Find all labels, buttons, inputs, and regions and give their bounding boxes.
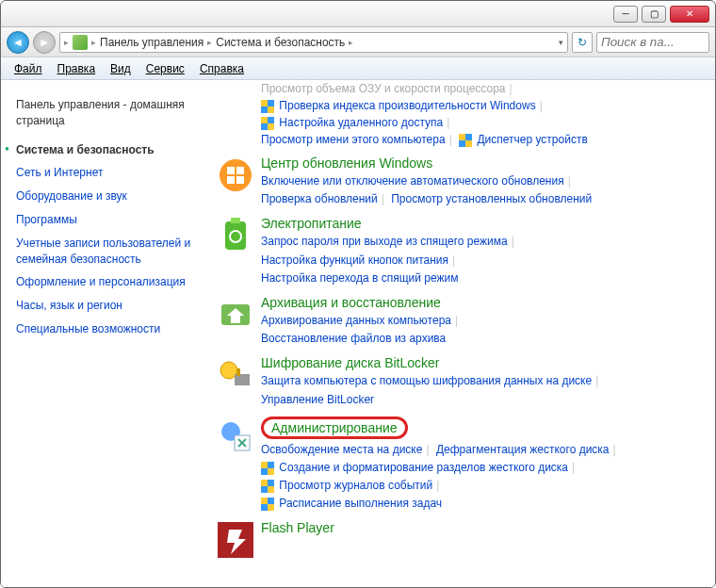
sublink[interactable]: Просмотр журналов событий [279, 479, 432, 492]
maximize-button[interactable]: ▢ [642, 6, 666, 23]
close-button[interactable]: ✕ [670, 6, 709, 23]
svg-rect-11 [236, 167, 244, 174]
menu-help[interactable]: Справка [194, 60, 250, 77]
sublink[interactable]: Диспетчер устройств [477, 133, 587, 146]
svg-rect-5 [261, 123, 268, 130]
svg-rect-13 [236, 176, 244, 184]
sidebar-item-appearance[interactable]: Оформление и персонализация [16, 270, 208, 294]
breadcrumb-item[interactable]: Система и безопасность [216, 36, 345, 49]
menubar: Файл Правка Вид Сервис Справка [1, 57, 715, 80]
section-bitlocker: Шифрование диска BitLocker Защита компью… [218, 355, 706, 408]
section-backup: Архивация и восстановление Архивирование… [218, 295, 706, 348]
section-title[interactable]: Электропитание [261, 216, 362, 231]
chevron-icon: ▸ [349, 38, 353, 47]
sidebar-item-accounts[interactable]: Учетные записи пользователей и семейная … [16, 232, 208, 271]
sidebar-item-network[interactable]: Сеть и Интернет [16, 161, 208, 185]
shield-icon [459, 134, 472, 147]
svg-rect-25 [261, 468, 268, 475]
flash-player-icon [218, 522, 253, 558]
svg-rect-7 [465, 134, 472, 140]
sublink[interactable]: Защита компьютера с помощью шифрования д… [261, 374, 592, 387]
navbar: ◄ ► ▸ ▸ Панель управления ▸ Система и бе… [1, 27, 715, 57]
shield-icon [261, 117, 274, 130]
minimize-button[interactable]: ─ [613, 6, 638, 23]
menu-tools[interactable]: Сервис [140, 60, 190, 77]
section-title-admin[interactable]: Администрирование [261, 416, 408, 439]
section-flash: Flash Player [218, 520, 706, 558]
sublink[interactable]: Запрос пароля при выходе из спящего режи… [261, 235, 508, 248]
shield-icon [261, 462, 274, 475]
sublink[interactable]: Освобождение места на диске [261, 443, 422, 456]
section-admin: Администрирование Освобождение места на … [218, 416, 706, 514]
chevron-icon: ▸ [64, 38, 69, 47]
back-button[interactable]: ◄ [7, 31, 29, 54]
section-title[interactable]: Архивация и восстановление [261, 295, 441, 310]
sublink[interactable]: Настройка функций кнопок питания [261, 253, 448, 267]
main-panel: Просмотр объема ОЗУ и скорости процессор… [218, 80, 715, 587]
sidebar-home[interactable]: Панель управления - домашняя страница [16, 93, 208, 139]
control-panel-icon [73, 35, 88, 50]
breadcrumb-dropdown[interactable]: ▾ [559, 38, 563, 47]
svg-rect-10 [227, 167, 235, 174]
content: Панель управления - домашняя страница Си… [1, 80, 715, 587]
svg-rect-20 [236, 368, 240, 376]
svg-rect-27 [268, 480, 274, 486]
svg-point-9 [220, 159, 252, 191]
shield-icon [261, 480, 274, 493]
sublink[interactable]: Дефрагментация жесткого диска [436, 443, 610, 456]
svg-rect-1 [268, 100, 274, 106]
refresh-button[interactable]: ↻ [572, 32, 593, 53]
breadcrumb[interactable]: ▸ ▸ Панель управления ▸ Система и безопа… [59, 32, 568, 53]
menu-view[interactable]: Вид [105, 60, 137, 77]
svg-rect-31 [261, 504, 268, 511]
svg-rect-12 [227, 176, 235, 184]
sublink[interactable]: Настройка перехода в спящий режим [261, 271, 458, 285]
shield-icon [261, 498, 274, 511]
menu-file[interactable]: Файл [8, 60, 48, 77]
svg-rect-14 [225, 221, 246, 250]
sublink[interactable]: Просмотр установленных обновлений [391, 192, 592, 205]
admin-tools-icon [218, 418, 253, 454]
sublink[interactable]: Создание и форматирование разделов жестк… [279, 461, 568, 474]
bitlocker-icon [218, 357, 253, 393]
sublink[interactable]: Включение или отключение автоматического… [261, 174, 564, 188]
chevron-icon: ▸ [207, 38, 212, 47]
svg-rect-4 [268, 117, 274, 123]
section-title[interactable]: Центр обновления Windows [261, 155, 432, 171]
svg-rect-15 [231, 218, 240, 223]
breadcrumb-item[interactable]: Панель управления [100, 36, 203, 49]
chevron-icon: ▸ [91, 38, 96, 47]
forward-button[interactable]: ► [33, 31, 56, 54]
sublink[interactable]: Управление BitLocker [261, 393, 374, 406]
sidebar: Панель управления - домашняя страница Си… [1, 80, 218, 587]
section-windows-update: Центр обновления Windows Включение или о… [218, 155, 706, 208]
sublink[interactable]: Просмотр имени этого компьютера [261, 133, 446, 146]
power-icon [218, 218, 253, 253]
section-title[interactable]: Шифрование диска BitLocker [261, 355, 440, 370]
svg-rect-28 [261, 486, 268, 493]
backup-icon [218, 297, 253, 333]
sublink[interactable]: Настройка удаленного доступа [279, 116, 443, 129]
svg-rect-24 [268, 462, 274, 468]
svg-rect-2 [261, 106, 268, 113]
sublink[interactable]: Расписание выполнения задач [279, 497, 442, 510]
titlebar: ─ ▢ ✕ [1, 1, 715, 27]
sidebar-item-accessibility[interactable]: Специальные возможности [16, 318, 208, 341]
search-input[interactable] [596, 32, 709, 53]
section-power: Электропитание Запрос пароля при выходе … [218, 216, 706, 287]
sublink[interactable]: Проверка обновлений [261, 192, 378, 205]
sidebar-item-programs[interactable]: Программы [16, 208, 208, 232]
sidebar-item-clock[interactable]: Часы, язык и регион [16, 294, 208, 318]
sublink[interactable]: Просмотр объема ОЗУ и скорости процессор… [261, 82, 506, 95]
svg-rect-30 [268, 498, 274, 504]
section-title[interactable]: Flash Player [261, 520, 334, 535]
sidebar-item-system-security[interactable]: Система и безопасность [16, 139, 208, 162]
menu-edit[interactable]: Правка [52, 60, 102, 77]
windows-update-icon [218, 157, 253, 193]
shield-icon [261, 100, 274, 113]
sidebar-item-hardware[interactable]: Оборудование и звук [16, 185, 208, 208]
sublink[interactable]: Проверка индекса производительности Wind… [279, 99, 535, 112]
sublink[interactable]: Восстановление файлов из архива [261, 332, 446, 345]
svg-rect-8 [459, 140, 465, 147]
sublink[interactable]: Архивирование данных компьютера [261, 314, 451, 327]
